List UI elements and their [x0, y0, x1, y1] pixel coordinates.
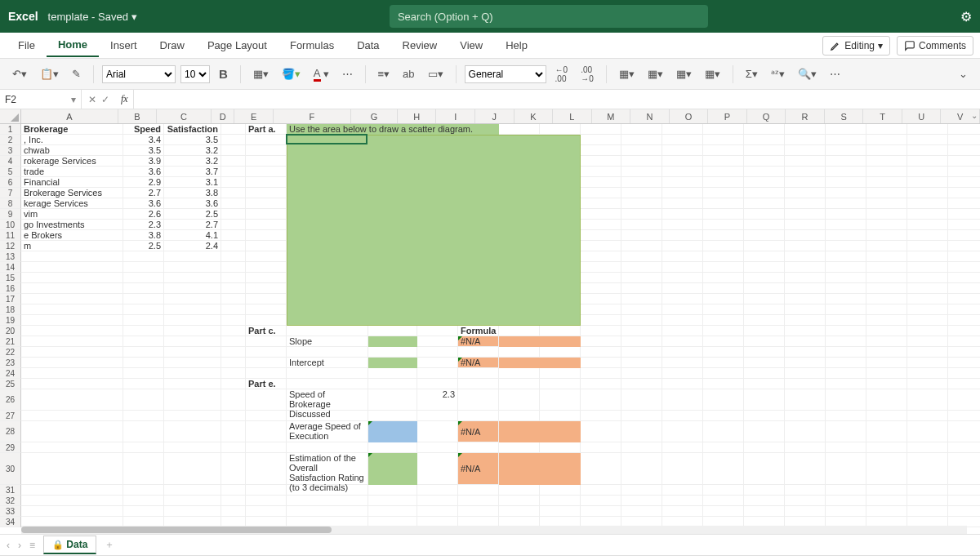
tab-view[interactable]: View: [448, 34, 494, 56]
cell-C5[interactable]: 3.7: [164, 167, 221, 177]
row-header-4[interactable]: 4: [0, 156, 21, 167]
col-header-N[interactable]: N: [630, 109, 670, 123]
more-ribbon-button[interactable]: ⋯: [826, 65, 844, 82]
name-box[interactable]: F2 ▾: [0, 90, 82, 109]
cell-A5[interactable]: trade: [21, 167, 123, 177]
add-sheet-button[interactable]: ＋: [105, 538, 114, 552]
col-header-G[interactable]: G: [351, 109, 398, 123]
insert-cells-button[interactable]: ▦▾: [701, 65, 724, 82]
cell-B10[interactable]: 2.3: [123, 220, 164, 230]
cell-C11[interactable]: 4.1: [164, 230, 221, 241]
cell-F26[interactable]: Speed of Brokerage Discussed: [287, 389, 368, 411]
cancel-formula-icon[interactable]: ✕: [88, 94, 96, 105]
cell-C7[interactable]: 3.8: [164, 188, 221, 198]
row-header-19[interactable]: 19: [0, 315, 21, 326]
row-header-2[interactable]: 2: [0, 135, 21, 145]
row-header-29[interactable]: 29: [0, 442, 21, 453]
ribbon-collapse-button[interactable]: ⌄: [955, 65, 972, 82]
cell-I21[interactable]: #N/A: [458, 336, 499, 347]
cell-I30[interactable]: #N/A: [458, 453, 499, 485]
cell-E20[interactable]: Part c.: [246, 326, 287, 336]
cell-B8[interactable]: 3.6: [123, 198, 164, 209]
row-header-8[interactable]: 8: [0, 198, 21, 209]
cell-C2[interactable]: 3.5: [164, 135, 221, 145]
row-header-17[interactable]: 17: [0, 294, 21, 304]
row-header-15[interactable]: 15: [0, 273, 21, 283]
conditional-format-button[interactable]: ▦▾: [615, 65, 639, 82]
row-header-31[interactable]: 31: [0, 485, 21, 496]
merge-button[interactable]: ▭▾: [424, 65, 448, 82]
search-input[interactable]: Search (Option + Q): [390, 5, 708, 28]
row-header-16[interactable]: 16: [0, 283, 21, 294]
number-format-select[interactable]: General: [465, 65, 546, 83]
sheet-next-button[interactable]: ›: [18, 540, 21, 551]
tab-home[interactable]: Home: [47, 33, 99, 57]
row-header-3[interactable]: 3: [0, 145, 21, 156]
tab-page-layout[interactable]: Page Layout: [196, 34, 278, 56]
row-header-18[interactable]: 18: [0, 304, 21, 315]
sheet-prev-button[interactable]: ‹: [7, 540, 10, 551]
tab-insert[interactable]: Insert: [99, 34, 149, 56]
sort-filter-button[interactable]: ᵃᶻ▾: [767, 65, 789, 82]
cell-F28[interactable]: Average Speed of Execution: [287, 421, 368, 442]
col-header-J[interactable]: J: [475, 109, 514, 123]
col-header-Q[interactable]: Q: [747, 109, 786, 123]
increase-decimal-button[interactable]: ←0.00: [551, 63, 572, 86]
row-header-21[interactable]: 21: [0, 336, 21, 347]
row-header-9[interactable]: 9: [0, 209, 21, 220]
font-name-select[interactable]: Arial: [102, 65, 176, 83]
row-header-32[interactable]: 32: [0, 496, 21, 506]
cell-A7[interactable]: Brokerage Services: [21, 188, 123, 198]
row-header-34[interactable]: 34: [0, 517, 21, 527]
cell-A2[interactable]: , Inc.: [21, 135, 123, 145]
cell-C10[interactable]: 2.7: [164, 220, 221, 230]
more-font-button[interactable]: ⋯: [338, 65, 357, 82]
file-name[interactable]: template - Saved ▾: [48, 11, 137, 23]
autosum-button[interactable]: Σ▾: [742, 65, 762, 82]
wrap-text-button[interactable]: ab: [399, 65, 418, 82]
row-header-11[interactable]: 11: [0, 230, 21, 241]
cell-A3[interactable]: chwab: [21, 145, 123, 156]
row-header-25[interactable]: 25: [0, 379, 21, 389]
cell-A8[interactable]: kerage Services: [21, 198, 123, 209]
col-header-U[interactable]: U: [902, 109, 942, 123]
cell-A1[interactable]: Brokerage: [21, 124, 123, 135]
tab-help[interactable]: Help: [494, 34, 539, 56]
cell-B4[interactable]: 3.9: [123, 156, 164, 167]
row-header-13[interactable]: 13: [0, 251, 21, 262]
cell-E25[interactable]: Part e.: [246, 379, 287, 389]
cell-I28[interactable]: #N/A: [458, 421, 499, 442]
col-header-E[interactable]: E: [234, 109, 274, 123]
cell-C4[interactable]: 3.2: [164, 156, 221, 167]
cell-B11[interactable]: 3.8: [123, 230, 164, 241]
tab-file[interactable]: File: [7, 34, 47, 56]
row-header-24[interactable]: 24: [0, 368, 21, 379]
row-header-6[interactable]: 6: [0, 177, 21, 188]
cell-C6[interactable]: 3.1: [164, 177, 221, 188]
cell-I23[interactable]: #N/A: [458, 358, 499, 368]
col-header-H[interactable]: H: [398, 109, 437, 123]
row-header-30[interactable]: 30: [0, 453, 21, 485]
col-header-L[interactable]: L: [553, 109, 592, 123]
cell-F30[interactable]: Estimation of the Overall Satisfaction R…: [287, 453, 368, 485]
cell-C9[interactable]: 2.5: [164, 209, 221, 220]
row-header-22[interactable]: 22: [0, 347, 21, 358]
borders-button[interactable]: ▦▾: [249, 65, 273, 82]
col-header-M[interactable]: M: [592, 109, 631, 123]
col-header-K[interactable]: K: [514, 109, 554, 123]
fx-icon[interactable]: fx: [116, 90, 134, 109]
row-header-14[interactable]: 14: [0, 262, 21, 273]
sheet-tab-data[interactable]: 🔒 Data: [43, 536, 96, 554]
col-header-R[interactable]: R: [786, 109, 825, 123]
editing-mode-button[interactable]: Editing ▾: [822, 36, 890, 56]
col-header-I[interactable]: I: [436, 109, 475, 123]
col-header-A[interactable]: A: [21, 109, 118, 123]
cell-F23[interactable]: Intercept: [287, 358, 368, 368]
decrease-decimal-button[interactable]: .00→0: [577, 63, 598, 86]
scroll-down-icon[interactable]: ⌄: [969, 111, 980, 122]
col-header-F[interactable]: F: [274, 109, 351, 123]
cell-C8[interactable]: 3.6: [164, 198, 221, 209]
cell-A4[interactable]: rokerage Services: [21, 156, 123, 167]
col-header-C[interactable]: C: [157, 109, 212, 123]
column-headers[interactable]: ABCDEFGHIJKLMNOPQRSTUV: [21, 109, 980, 124]
